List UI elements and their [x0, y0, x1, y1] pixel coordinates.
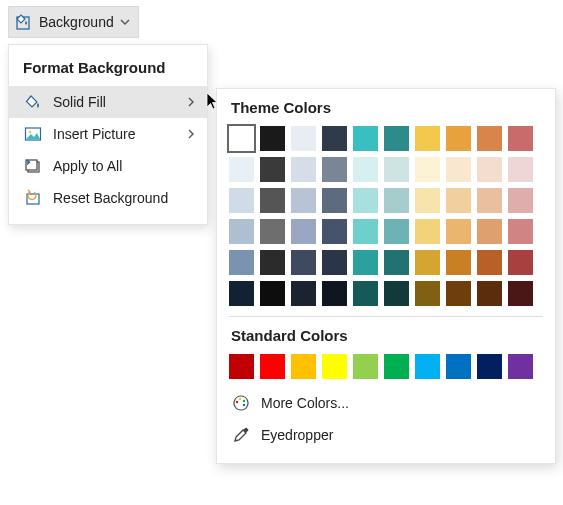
menu-header: Format Background — [9, 51, 207, 86]
more-colors-label: More Colors... — [261, 395, 349, 411]
color-swatch[interactable] — [353, 250, 378, 275]
color-swatch[interactable] — [415, 281, 440, 306]
color-swatch[interactable] — [229, 250, 254, 275]
color-swatch[interactable] — [291, 250, 316, 275]
color-swatch[interactable] — [353, 157, 378, 182]
apply-all-icon — [23, 156, 43, 176]
svg-point-6 — [236, 401, 238, 403]
color-swatch[interactable] — [229, 219, 254, 244]
color-swatch[interactable] — [291, 188, 316, 213]
color-swatch[interactable] — [415, 126, 440, 151]
color-swatch[interactable] — [229, 126, 254, 151]
color-swatch[interactable] — [415, 188, 440, 213]
color-swatch[interactable] — [508, 188, 533, 213]
color-swatch[interactable] — [229, 157, 254, 182]
color-swatch[interactable] — [508, 157, 533, 182]
eyedropper-label: Eyedropper — [261, 427, 333, 443]
color-swatch[interactable] — [322, 126, 347, 151]
color-swatch[interactable] — [353, 188, 378, 213]
color-swatch[interactable] — [291, 219, 316, 244]
color-swatch[interactable] — [446, 250, 471, 275]
color-swatch[interactable] — [353, 281, 378, 306]
color-swatch[interactable] — [508, 219, 533, 244]
color-swatch[interactable] — [260, 157, 285, 182]
menu-item-solid-fill[interactable]: Solid Fill — [9, 86, 207, 118]
menu-item-insert-picture[interactable]: Insert Picture — [9, 118, 207, 150]
color-swatch[interactable] — [229, 354, 254, 379]
color-swatch[interactable] — [384, 219, 409, 244]
color-swatch[interactable] — [477, 250, 502, 275]
color-swatch[interactable] — [477, 188, 502, 213]
color-swatch[interactable] — [260, 354, 285, 379]
color-swatch[interactable] — [260, 281, 285, 306]
color-swatch[interactable] — [508, 354, 533, 379]
color-swatch[interactable] — [477, 157, 502, 182]
color-swatch[interactable] — [508, 281, 533, 306]
color-swatch[interactable] — [291, 157, 316, 182]
color-swatch[interactable] — [384, 126, 409, 151]
color-swatch[interactable] — [260, 219, 285, 244]
color-swatch[interactable] — [260, 188, 285, 213]
eyedropper-icon — [231, 425, 251, 445]
color-swatch[interactable] — [384, 354, 409, 379]
color-swatch[interactable] — [260, 126, 285, 151]
color-swatch[interactable] — [446, 219, 471, 244]
chevron-right-icon — [185, 97, 197, 107]
color-swatch[interactable] — [415, 219, 440, 244]
format-background-icon — [15, 13, 33, 31]
color-swatch[interactable] — [260, 250, 285, 275]
color-swatch[interactable] — [446, 281, 471, 306]
color-swatch[interactable] — [477, 354, 502, 379]
svg-point-7 — [239, 398, 241, 400]
color-swatch[interactable] — [229, 281, 254, 306]
chevron-down-icon — [120, 17, 130, 27]
menu-item-label: Insert Picture — [53, 126, 185, 142]
eyedropper-item[interactable]: Eyedropper — [229, 419, 543, 451]
more-colors-item[interactable]: More Colors... — [229, 387, 543, 419]
color-swatch[interactable] — [415, 354, 440, 379]
color-swatch[interactable] — [508, 126, 533, 151]
color-swatch[interactable] — [384, 250, 409, 275]
color-swatch[interactable] — [446, 354, 471, 379]
color-swatch[interactable] — [291, 281, 316, 306]
color-swatch[interactable] — [384, 188, 409, 213]
color-swatch[interactable] — [322, 281, 347, 306]
background-label: Background — [39, 14, 114, 30]
svg-point-9 — [243, 404, 245, 406]
standard-colors-row — [229, 354, 543, 379]
color-swatch[interactable] — [384, 157, 409, 182]
menu-item-apply-to-all[interactable]: Apply to All — [9, 150, 207, 182]
menu-item-reset-background[interactable]: Reset Background — [9, 182, 207, 214]
color-swatch[interactable] — [415, 157, 440, 182]
color-swatch[interactable] — [508, 250, 533, 275]
background-dropdown-button[interactable]: Background — [8, 6, 139, 38]
color-swatch[interactable] — [477, 219, 502, 244]
color-swatch[interactable] — [229, 188, 254, 213]
color-swatch[interactable] — [353, 219, 378, 244]
standard-colors-title: Standard Colors — [231, 327, 543, 344]
color-swatch[interactable] — [353, 354, 378, 379]
color-swatch[interactable] — [384, 281, 409, 306]
color-swatch[interactable] — [477, 126, 502, 151]
color-swatch[interactable] — [322, 354, 347, 379]
menu-item-label: Solid Fill — [53, 94, 185, 110]
menu-item-label: Apply to All — [53, 158, 197, 174]
color-swatch[interactable] — [415, 250, 440, 275]
color-swatch[interactable] — [446, 188, 471, 213]
svg-point-2 — [29, 131, 32, 134]
color-swatch[interactable] — [322, 250, 347, 275]
color-swatch[interactable] — [446, 157, 471, 182]
color-swatch[interactable] — [291, 354, 316, 379]
color-swatch[interactable] — [322, 219, 347, 244]
format-background-menu: Format Background Solid Fill Insert Pict… — [8, 44, 208, 225]
color-swatch[interactable] — [291, 126, 316, 151]
theme-colors-title: Theme Colors — [231, 99, 543, 116]
color-swatch[interactable] — [322, 188, 347, 213]
color-swatch[interactable] — [322, 157, 347, 182]
color-swatch[interactable] — [446, 126, 471, 151]
palette-icon — [231, 393, 251, 413]
color-swatch[interactable] — [353, 126, 378, 151]
svg-rect-10 — [243, 427, 249, 433]
color-swatch[interactable] — [477, 281, 502, 306]
paint-bucket-icon — [23, 92, 43, 112]
